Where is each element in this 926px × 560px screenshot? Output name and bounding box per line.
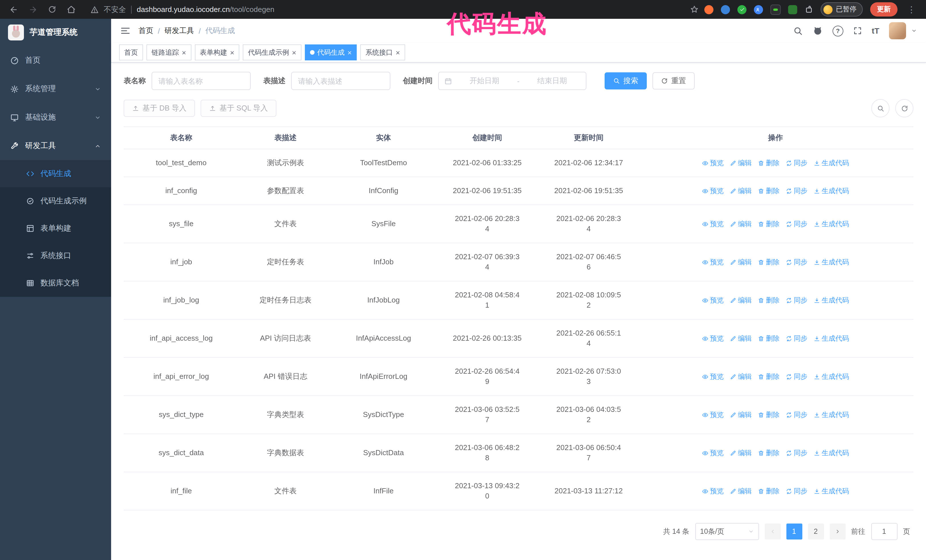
close-icon[interactable]: × (182, 49, 186, 56)
close-icon[interactable]: × (292, 49, 296, 56)
edit-link[interactable]: 编辑 (730, 371, 752, 382)
import-sql-button[interactable]: 基于 SQL 导入 (201, 100, 277, 117)
delete-link[interactable]: 删除 (758, 219, 779, 229)
puzzle-extensions-icon[interactable] (805, 5, 813, 14)
browser-menu-icon[interactable]: ⋮ (905, 4, 918, 15)
caret-down-icon[interactable] (911, 28, 917, 33)
generate-code-link[interactable]: 生成代码 (814, 257, 849, 267)
edit-link[interactable]: 编辑 (730, 295, 752, 305)
preview-link[interactable]: 预览 (702, 295, 724, 305)
extension-icon[interactable] (721, 5, 730, 14)
generate-code-link[interactable]: 生成代码 (814, 219, 849, 229)
search-icon[interactable] (793, 26, 803, 36)
table-name-input[interactable] (151, 72, 251, 90)
sidebar-item-db-docs[interactable]: 数据库文档 (0, 269, 111, 297)
preview-link[interactable]: 预览 (702, 158, 724, 168)
delete-link[interactable]: 删除 (758, 257, 779, 267)
delete-link[interactable]: 删除 (758, 410, 779, 420)
close-icon[interactable]: × (230, 49, 234, 56)
sync-link[interactable]: 同步 (786, 486, 808, 496)
sidebar-item-dev-tools[interactable]: 研发工具 (0, 131, 111, 160)
sync-link[interactable]: 同步 (786, 448, 808, 458)
breadcrumb-home[interactable]: 首页 (138, 26, 153, 36)
user-avatar[interactable] (889, 22, 906, 39)
preview-link[interactable]: 预览 (702, 448, 724, 458)
extension-icon[interactable] (754, 5, 763, 14)
profile-paused-badge[interactable]: 已暂停 (820, 2, 863, 17)
tab-link-trace[interactable]: 链路追踪 × (147, 44, 191, 60)
generate-code-link[interactable]: 生成代码 (814, 333, 849, 344)
github-icon[interactable] (813, 26, 823, 36)
sync-link[interactable]: 同步 (786, 371, 808, 382)
close-icon[interactable]: × (348, 49, 352, 56)
preview-link[interactable]: 预览 (702, 410, 724, 420)
reset-button[interactable]: 重置 (652, 72, 694, 89)
generate-code-link[interactable]: 生成代码 (814, 448, 849, 458)
sync-link[interactable]: 同步 (786, 219, 808, 229)
delete-link[interactable]: 删除 (758, 158, 779, 168)
extension-icon[interactable] (737, 5, 746, 14)
sidebar-item-system-api[interactable]: 系统接口 (0, 242, 111, 269)
edit-link[interactable]: 编辑 (730, 219, 752, 229)
close-icon[interactable]: × (396, 49, 400, 56)
fullscreen-icon[interactable] (853, 26, 862, 35)
sidebar-item-codegen[interactable]: 代码生成 (0, 160, 111, 187)
sync-link[interactable]: 同步 (786, 158, 808, 168)
generate-code-link[interactable]: 生成代码 (814, 410, 849, 420)
sync-link[interactable]: 同步 (786, 410, 808, 420)
toggle-search-button[interactable] (871, 99, 890, 117)
sync-link[interactable]: 同步 (786, 295, 808, 305)
back-icon[interactable] (9, 5, 18, 14)
delete-link[interactable]: 删除 (758, 333, 779, 344)
page-button-2[interactable]: 2 (808, 524, 824, 539)
sidebar-item-home[interactable]: 首页 (0, 46, 111, 75)
edit-link[interactable]: 编辑 (730, 486, 752, 496)
address-bar[interactable]: 不安全 dashboard.yudao.iocoder.cn/tool/code… (91, 4, 699, 15)
generate-code-link[interactable]: 生成代码 (814, 186, 849, 196)
delete-link[interactable]: 删除 (758, 186, 779, 196)
edit-link[interactable]: 编辑 (730, 333, 752, 344)
generate-code-link[interactable]: 生成代码 (814, 371, 849, 382)
delete-link[interactable]: 删除 (758, 448, 779, 458)
browser-update-button[interactable]: 更新 (870, 2, 897, 17)
edit-link[interactable]: 编辑 (730, 448, 752, 458)
sync-link[interactable]: 同步 (786, 257, 808, 267)
forward-icon[interactable] (29, 5, 38, 14)
preview-link[interactable]: 预览 (702, 333, 724, 344)
delete-link[interactable]: 删除 (758, 295, 779, 305)
generate-code-link[interactable]: 生成代码 (814, 295, 849, 305)
extension-icon[interactable] (704, 5, 713, 14)
edit-link[interactable]: 编辑 (730, 410, 752, 420)
sidebar-item-codegen-example[interactable]: 代码生成示例 (0, 187, 111, 215)
tab-codegen[interactable]: 代码生成 × (305, 44, 357, 60)
hamburger-icon[interactable] (120, 26, 130, 36)
search-button[interactable]: 搜索 (605, 72, 647, 89)
sidebar-item-infrastructure[interactable]: 基础设施 (0, 103, 111, 131)
generate-code-link[interactable]: 生成代码 (814, 486, 849, 496)
preview-link[interactable]: 预览 (702, 219, 724, 229)
table-desc-input[interactable] (291, 72, 390, 90)
page-button-1[interactable]: 1 (786, 524, 802, 539)
home-icon[interactable] (67, 5, 76, 14)
sync-link[interactable]: 同步 (786, 333, 808, 344)
bookmark-star-icon[interactable] (690, 5, 699, 14)
reload-icon[interactable] (48, 5, 56, 14)
preview-link[interactable]: 预览 (702, 486, 724, 496)
tab-system-api[interactable]: 系统接口 × (360, 44, 405, 60)
font-size-icon[interactable]: tT (872, 26, 879, 35)
sidebar-item-form-builder[interactable]: 表单构建 (0, 215, 111, 242)
generate-code-link[interactable]: 生成代码 (814, 158, 849, 168)
extension-icon[interactable] (788, 5, 797, 14)
goto-page-input[interactable] (871, 523, 897, 540)
sync-link[interactable]: 同步 (786, 186, 808, 196)
breadcrumb-dev-tools[interactable]: 研发工具 (164, 26, 194, 36)
refresh-table-button[interactable] (895, 99, 914, 117)
page-size-select[interactable]: 10条/页 (695, 523, 759, 540)
edit-link[interactable]: 编辑 (730, 186, 752, 196)
sidebar-logo[interactable]: 芋道管理系统 (0, 19, 111, 46)
preview-link[interactable]: 预览 (702, 186, 724, 196)
preview-link[interactable]: 预览 (702, 371, 724, 382)
delete-link[interactable]: 删除 (758, 371, 779, 382)
delete-link[interactable]: 删除 (758, 486, 779, 496)
tab-home[interactable]: 首页 (119, 44, 143, 60)
